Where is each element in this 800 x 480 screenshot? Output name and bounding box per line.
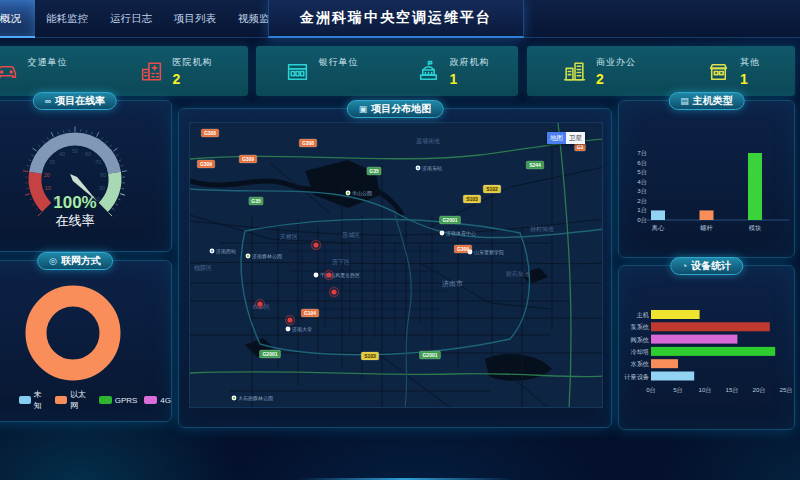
gauge-value: 100% [25, 193, 125, 213]
legend-label: GPRS [115, 396, 138, 405]
stat-card-1[interactable]: 交通单位 医院机构 2 [0, 46, 248, 96]
stat-label: 政府机构 [450, 56, 490, 69]
stat-card-3[interactable]: 商业办公 2 其他 1 [527, 46, 795, 96]
bar [651, 310, 700, 319]
legend-item-4g[interactable]: 4G [144, 396, 171, 405]
axis-tick-label: 20台 [752, 386, 765, 394]
axis-tick-label: 15台 [725, 386, 738, 394]
map-icon: ▣ [359, 105, 368, 114]
legend-chip [55, 396, 67, 404]
gauge-tick-label: 30 [49, 159, 55, 165]
tab-overview[interactable]: 概况 [0, 0, 35, 38]
category-label: 水系统 [630, 360, 649, 368]
svg-text:G309: G309 [242, 156, 254, 162]
district-label: 历城区 [342, 231, 360, 239]
tab-run-log[interactable]: 运行日志 [99, 0, 163, 38]
panel-network: ◎ 联网方式 未知 以太网 GPRS 4G [0, 260, 172, 422]
bar [651, 347, 775, 356]
legend-item-unknown[interactable]: 未知 [19, 389, 48, 411]
poi-marker: 山东警察学院 [468, 249, 504, 256]
panel-title: 设备统计 [691, 259, 731, 273]
map-button[interactable]: 地图 [547, 132, 566, 144]
stat-item-office[interactable]: 商业办公 2 [562, 56, 636, 87]
government-icon [416, 59, 441, 84]
svg-text:G308: G308 [204, 130, 216, 136]
donut-legend: 未知 以太网 GPRS 4G [19, 389, 171, 411]
device-stats-chart: 主机泵系统阀系统冷却塔水系统计量设备0台5台10台15台20台25台 [619, 266, 796, 431]
satellite-button[interactable]: 卫星 [566, 132, 585, 144]
svg-text:G308: G308 [302, 140, 314, 146]
axis-tick-label: 4台 [637, 178, 647, 186]
panel-title: 项目在线率 [55, 94, 105, 108]
tab-energy-monitor[interactable]: 能耗监控 [35, 0, 99, 38]
stat-item-government[interactable]: 政府机构 1 [416, 56, 490, 87]
link-icon: ∞ [45, 97, 51, 106]
panel-title: 联网方式 [61, 254, 101, 268]
svg-text:G2001: G2001 [262, 351, 277, 357]
stat-item-other[interactable]: 其他 1 [706, 56, 760, 87]
poi-label: 济南西站 [216, 248, 236, 255]
road-badge: G35 [367, 167, 381, 175]
host-icon: ▤ [680, 97, 689, 106]
shop-icon [706, 59, 731, 84]
gauge-tick-label: 90 [99, 185, 105, 191]
poi-label: 济南大学 [292, 326, 312, 333]
stat-label: 其他 [740, 56, 760, 69]
stat-card-2[interactable]: 银行单位 政府机构 1 [256, 46, 518, 96]
road-badge: G2001 [440, 216, 461, 224]
category-label: 离心 [652, 224, 665, 232]
bar [651, 335, 737, 344]
legend-label: 以太网 [70, 389, 92, 411]
svg-text:G104: G104 [304, 310, 316, 316]
legend-item-gprs[interactable]: GPRS [99, 396, 138, 405]
category-label: 计量设备 [624, 373, 649, 381]
road-badge: G309 [239, 155, 257, 163]
road-badge: G308 [299, 139, 317, 147]
stat-label: 银行单位 [319, 56, 359, 69]
stat-value: 2 [173, 71, 213, 87]
panel-title: 主机类型 [693, 94, 733, 108]
app-title-banner: 金洲科瑞中央空调运维平台 [268, 0, 524, 38]
axis-tick-label: 5台 [673, 386, 683, 394]
map-canvas[interactable]: G308G308G309G309G35G35S244S102S103G2001G… [189, 122, 603, 408]
tab-project-list[interactable]: 项目列表 [163, 0, 227, 38]
stat-value: 1 [740, 71, 760, 87]
district-label: 彩石街道 [505, 270, 530, 278]
app-title: 金洲科瑞中央空调运维平台 [300, 9, 492, 27]
donut-slice [36, 296, 110, 370]
panel-map-header: ▣ 项目分布地图 [347, 100, 444, 118]
axis-tick-label: 1台 [637, 206, 647, 214]
svg-text:S244: S244 [529, 162, 541, 168]
panel-host-type: ▤ 主机类型 0台1台2台3台4台5台6台7台离心螺杆模块 [618, 100, 795, 258]
svg-text:G2001: G2001 [422, 352, 437, 358]
stat-item-hospital[interactable]: 医院机构 2 [139, 56, 213, 87]
axis-tick-label: 3台 [637, 187, 647, 195]
stat-label: 医院机构 [173, 56, 213, 69]
stat-value: 1 [450, 71, 490, 87]
axis-tick-label: 0台 [637, 216, 647, 224]
district-label: 孙村街道 [530, 226, 554, 233]
legend-item-ethernet[interactable]: 以太网 [55, 389, 91, 411]
bar [651, 210, 665, 220]
bank-icon [285, 59, 310, 84]
axis-tick-label: 10台 [698, 386, 711, 394]
road-badge: S244 [526, 161, 544, 169]
poi-marker: 济铁体育中心 [440, 230, 476, 237]
stat-item-bank[interactable]: 银行单位 [285, 56, 359, 86]
category-label: 主机 [636, 311, 650, 319]
panel-title: 项目分布地图 [371, 102, 431, 116]
svg-text:G35: G35 [251, 198, 261, 204]
svg-text:G35: G35 [369, 168, 379, 174]
panel-device-stats-header: ◔ 设备统计 [670, 257, 743, 275]
category-label: 泵系统 [630, 323, 649, 331]
road-badge: G309 [197, 160, 215, 168]
donut-chart [0, 269, 173, 397]
district-label: 历下区 [332, 258, 350, 266]
axis-tick-label: 25台 [779, 386, 792, 394]
district-label: 槐荫区 [194, 264, 212, 272]
road-badge: G104 [301, 309, 319, 317]
stat-label: 商业办公 [596, 56, 636, 69]
axis-tick-label: 6台 [637, 159, 647, 167]
gauge-tick-label: 70 [95, 159, 101, 165]
stat-item-transport[interactable]: 交通单位 [0, 56, 68, 86]
